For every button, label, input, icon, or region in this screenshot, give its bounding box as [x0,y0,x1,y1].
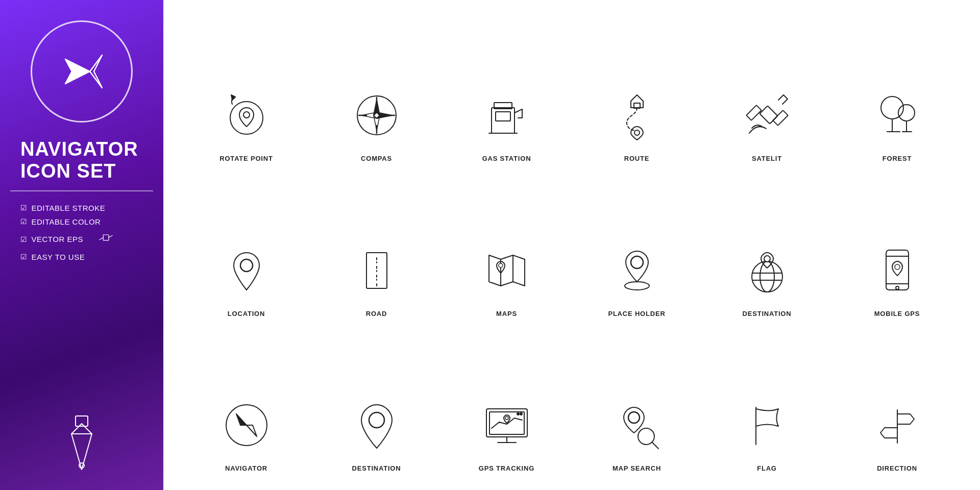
icon-cell-mobile-gps: MOBILE GPS [835,170,960,320]
svg-point-70 [638,428,654,445]
icon-wrapper-navigator [213,392,280,458]
compass-circle [31,20,133,122]
icon-cell-road: ROAD [314,170,439,320]
icon-wrapper-direction [864,392,930,458]
svg-rect-29 [773,110,788,126]
svg-point-33 [898,105,915,121]
icon-wrapper-forest [864,82,930,149]
svg-line-3 [100,237,103,239]
icon-wrapper-satelit [734,82,800,149]
svg-point-66 [517,413,519,415]
icon-label-forest: FOREST [883,155,912,162]
icon-cell-rotate-point: ROTATE POINT [184,15,309,165]
icon-wrapper-gps-tracking [474,392,540,458]
svg-point-67 [520,413,522,415]
svg-point-47 [752,261,782,292]
icon-wrapper-place-holder [604,237,670,304]
svg-point-60 [369,412,384,428]
icon-cell-forest: FOREST [835,15,960,165]
icon-wrapper-rotate-point [213,82,280,149]
icon-label-direction: DIRECTION [877,464,917,472]
feature-easy-to-use: ☑ EASY TO USE [20,253,153,261]
svg-point-36 [240,259,253,272]
svg-point-6 [79,463,84,468]
icon-label-rotate-point: ROTATE POINT [219,155,273,162]
svg-point-51 [764,256,770,262]
icon-wrapper-road [344,237,410,304]
icon-label-destination2: DESTINATION [352,464,401,472]
icon-wrapper-map-search [604,392,670,458]
icon-label-mobile-gps: MOBILE GPS [874,310,920,317]
icon-cell-map-search: MAP SEARCH [574,325,699,475]
svg-rect-28 [746,105,762,120]
icon-label-satelit: SATELIT [752,155,782,162]
svg-rect-8 [76,416,88,426]
svg-rect-2 [103,235,109,240]
icon-cell-gps-tracking: GPS TRACKING [444,325,569,475]
svg-rect-27 [760,106,777,124]
icon-label-gps-tracking: GPS TRACKING [479,464,534,472]
features-list: ☑ EDITABLE STROKE ☑ EDITABLE COLOR ☑ VEC… [10,204,153,266]
icon-wrapper-flag [734,392,800,458]
icon-cell-navigator: NAVIGATOR [184,325,309,475]
svg-marker-1 [90,55,102,88]
icon-label-flag: FLAG [757,464,777,472]
feature-label-4: EASY TO USE [32,253,85,261]
svg-point-44 [499,263,503,267]
left-panel: NAVIGATOR ICON SET ☑ EDITABLE STROKE ☑ E… [0,0,163,490]
icon-cell-destination2: DESTINATION [314,325,439,475]
icon-label-navigator: NAVIGATOR [225,464,267,472]
title-navigator: NAVIGATOR [20,139,153,160]
icon-cell-location: LOCATION [184,170,309,320]
icon-wrapper-mobile-gps [864,237,930,304]
check-icon-1: ☑ [20,204,28,212]
svg-marker-11 [231,95,235,100]
icon-cell-flag: FLAG [704,325,829,475]
feature-label-3: VECTOR EPS [32,235,83,243]
title-block: NAVIGATOR ICON SET [10,139,153,191]
icon-label-gas-station: GAS STATION [482,155,531,162]
svg-line-71 [652,443,658,449]
icon-label-place-holder: PLACE HOLDER [608,310,665,317]
feature-editable-stroke: ☑ EDITABLE STROKE [20,204,153,212]
icon-cell-compas: COMPAS [314,15,439,165]
svg-point-55 [896,286,899,289]
svg-line-4 [109,235,112,237]
icon-wrapper-location [213,237,280,304]
icon-cell-place-holder: PLACE HOLDER [574,170,699,320]
pen-tool-decoration [56,403,107,475]
icon-wrapper-gas-station [474,82,540,149]
check-icon-4: ☑ [20,253,28,261]
svg-marker-20 [377,112,392,118]
icon-label-map-search: MAP SEARCH [612,464,661,472]
icon-wrapper-destination [734,237,800,304]
icon-cell-satelit: SATELIT [704,15,829,165]
svg-point-46 [625,282,649,290]
svg-rect-22 [496,112,510,121]
icon-cell-gas-station: GAS STATION [444,15,569,165]
check-icon-2: ☑ [20,217,28,226]
icon-label-compas: COMPAS [361,155,392,162]
icon-label-maps: MAPS [496,310,517,317]
check-icon-3: ☑ [20,235,28,243]
feature-vector-eps: ☑ VECTOR EPS [20,231,153,248]
icon-wrapper-destination2 [344,392,410,458]
icon-cell-route: ROUTE [574,15,699,165]
icon-label-destination: DESTINATION [743,310,792,317]
icon-label-location: LOCATION [228,310,265,317]
svg-marker-58 [236,414,247,425]
icon-cell-destination: DESTINATION [704,170,829,320]
svg-point-56 [895,264,900,270]
icon-wrapper-maps [474,237,540,304]
icon-label-road: ROAD [366,310,387,317]
svg-marker-0 [65,59,90,84]
svg-point-10 [243,112,250,118]
icon-cell-maps: MAPS [444,170,569,320]
svg-point-63 [505,416,508,420]
icon-cell-direction: DIRECTION [835,325,960,475]
feature-label-1: EDITABLE STROKE [32,204,106,212]
svg-point-69 [628,412,640,423]
feature-label-2: EDITABLE COLOR [32,217,101,226]
title-icon-set: ICON SET [20,160,153,182]
icon-label-route: ROUTE [624,155,650,162]
